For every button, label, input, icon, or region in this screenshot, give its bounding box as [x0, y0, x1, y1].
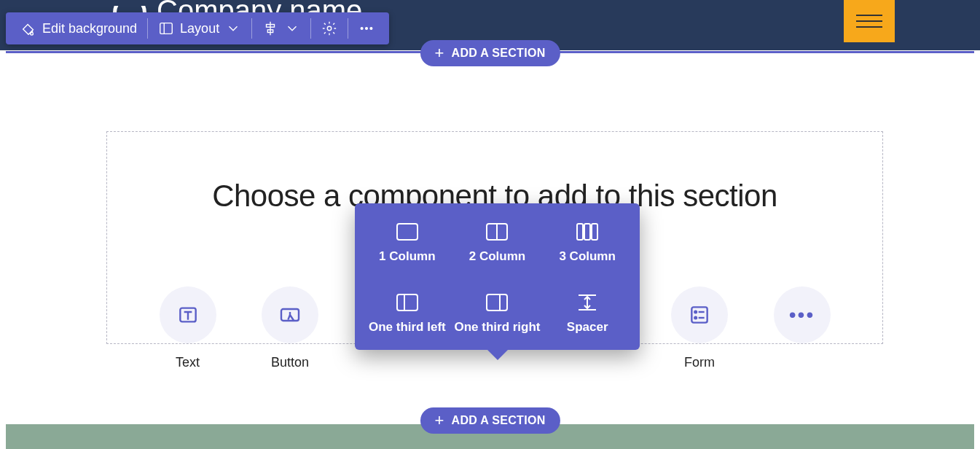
- layout-2-column-label: 2 Column: [469, 249, 525, 264]
- svg-rect-21: [592, 224, 597, 240]
- layout-label: Layout: [180, 21, 219, 36]
- svg-rect-22: [397, 294, 418, 311]
- edit-background-label: Edit background: [42, 21, 137, 36]
- component-form[interactable]: Form: [656, 286, 743, 370]
- add-section-top-button[interactable]: + ADD A SECTION: [420, 40, 560, 66]
- button-icon: [278, 303, 302, 327]
- component-text-label: Text: [176, 355, 200, 370]
- layout-1-column-label: 1 Column: [379, 249, 435, 264]
- layout-3-column[interactable]: 3 Column: [542, 222, 632, 264]
- layout-one-third-right[interactable]: One third right: [452, 293, 543, 335]
- add-section-label: ADD A SECTION: [452, 47, 546, 60]
- layout-spacer-label: Spacer: [567, 319, 608, 335]
- layout-popover: 1 Column 2 Column 3 Column One third lef…: [355, 203, 640, 350]
- svg-point-12: [694, 311, 697, 313]
- settings-button[interactable]: [311, 17, 348, 40]
- layout-one-third-right-label: One third right: [454, 319, 540, 335]
- component-more-label: [800, 355, 804, 370]
- layout-one-third-left[interactable]: One third left: [362, 293, 452, 335]
- chevron-down-icon: [284, 20, 300, 36]
- chevron-down-icon: [225, 20, 241, 36]
- layout-button[interactable]: Layout: [148, 17, 251, 40]
- component-button[interactable]: Button: [246, 286, 334, 370]
- layout-1-column[interactable]: 1 Column: [362, 222, 452, 264]
- gear-icon: [321, 20, 337, 36]
- svg-point-5: [327, 26, 332, 31]
- component-text[interactable]: Text: [144, 286, 232, 370]
- align-button[interactable]: [252, 17, 310, 40]
- text-icon: [176, 303, 200, 327]
- svg-point-6: [361, 28, 363, 30]
- more-horizontal-icon: •••: [789, 310, 815, 320]
- svg-rect-20: [584, 224, 590, 240]
- more-button[interactable]: [348, 17, 385, 40]
- hamburger-menu-button[interactable]: [844, 0, 895, 42]
- svg-rect-11: [691, 307, 707, 322]
- layout-3-column-label: 3 Column: [559, 249, 615, 264]
- edit-background-button[interactable]: Edit background: [10, 17, 147, 40]
- component-form-label: Form: [684, 355, 715, 370]
- svg-point-8: [370, 28, 372, 30]
- section-toolbar: Edit background Layout: [6, 12, 389, 44]
- paint-bucket-icon: [20, 20, 36, 36]
- svg-point-7: [366, 28, 368, 30]
- plus-icon: +: [434, 413, 444, 429]
- layout-spacer[interactable]: Spacer: [542, 293, 632, 335]
- layout-one-third-left-label: One third left: [369, 319, 446, 335]
- svg-rect-0: [160, 23, 173, 34]
- form-icon: [688, 303, 711, 327]
- component-more[interactable]: •••: [758, 286, 846, 370]
- component-button-label: Button: [271, 355, 309, 370]
- svg-rect-19: [577, 224, 583, 240]
- add-section-label: ADD A SECTION: [452, 414, 546, 427]
- add-section-bottom-button[interactable]: + ADD A SECTION: [420, 407, 560, 434]
- svg-rect-16: [397, 224, 418, 240]
- plus-icon: +: [434, 45, 444, 61]
- svg-rect-24: [487, 294, 507, 311]
- svg-point-14: [694, 317, 697, 319]
- layout-2-column[interactable]: 2 Column: [452, 222, 543, 264]
- more-horizontal-icon: [358, 20, 375, 36]
- align-center-icon: [262, 20, 278, 36]
- layout-icon: [158, 20, 174, 36]
